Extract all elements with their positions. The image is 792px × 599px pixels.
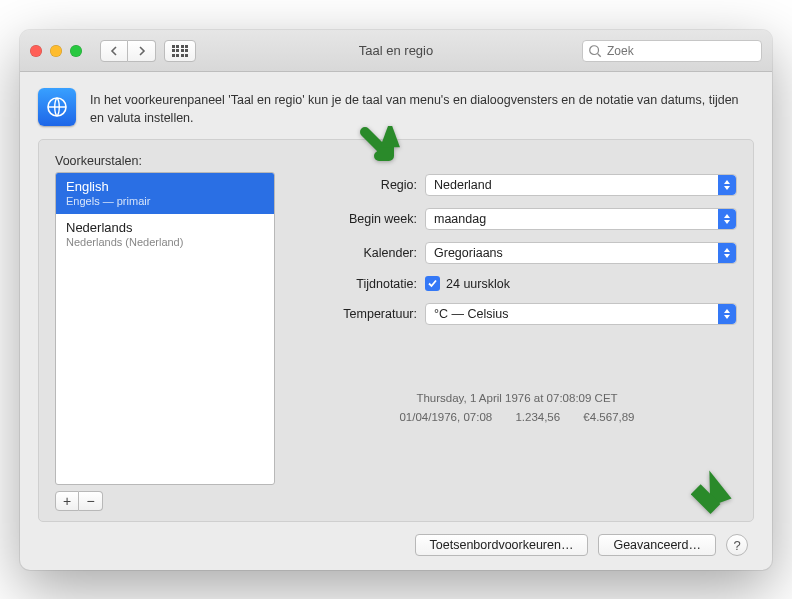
help-button[interactable]: ? bbox=[726, 534, 748, 556]
titlebar: Taal en regio bbox=[20, 30, 772, 72]
language-secondary: Nederlands (Nederland) bbox=[66, 236, 264, 248]
svg-point-0 bbox=[590, 45, 599, 54]
advanced-button[interactable]: Geavanceerd… bbox=[598, 534, 716, 556]
settings-panel: Voorkeurstalen: English Engels — primair… bbox=[38, 139, 754, 522]
firstday-value: maandag bbox=[434, 212, 486, 226]
select-arrows-icon bbox=[718, 175, 736, 195]
temperature-value: °C — Celsius bbox=[434, 307, 508, 321]
language-item-english[interactable]: English Engels — primair bbox=[56, 173, 274, 214]
firstday-label: Begin week: bbox=[297, 212, 417, 226]
grid-icon bbox=[172, 45, 189, 57]
language-item-nederlands[interactable]: Nederlands Nederlands (Nederland) bbox=[56, 214, 274, 255]
language-primary: English bbox=[66, 179, 264, 194]
firstday-select[interactable]: maandag bbox=[425, 208, 737, 230]
select-arrows-icon bbox=[718, 304, 736, 324]
calendar-value: Gregoriaans bbox=[434, 246, 503, 260]
add-language-button[interactable]: + bbox=[55, 491, 79, 511]
temperature-label: Temperatuur: bbox=[297, 307, 417, 321]
footer: Toetsenbordvoorkeuren… Geavanceerd… ? bbox=[38, 522, 754, 556]
add-remove-controls: + − bbox=[55, 491, 275, 511]
close-button[interactable] bbox=[30, 45, 42, 57]
format-example: Thursday, 1 April 1976 at 07:08:09 CET 0… bbox=[297, 389, 737, 426]
content: In het voorkeurenpaneel 'Taal en regio' … bbox=[20, 72, 772, 570]
temperature-row: Temperatuur: °C — Celsius bbox=[297, 303, 737, 325]
example-line2: 01/04/1976, 07:08 1.234,56 €4.567,89 bbox=[297, 408, 737, 426]
settings-column: Regio: Nederland Begin week: maandag Kal… bbox=[297, 154, 737, 511]
language-primary: Nederlands bbox=[66, 220, 264, 235]
keyboard-preferences-button[interactable]: Toetsenbordvoorkeuren… bbox=[415, 534, 589, 556]
select-arrows-icon bbox=[718, 243, 736, 263]
preferences-window: Taal en regio In het voorkeurenpaneel 'T… bbox=[20, 30, 772, 570]
annotation-arrow-top bbox=[359, 126, 407, 178]
maximize-button[interactable] bbox=[70, 45, 82, 57]
select-arrows-icon bbox=[718, 209, 736, 229]
timeformat-checkbox-row: 24 uursklok bbox=[425, 276, 737, 291]
minimize-button[interactable] bbox=[50, 45, 62, 57]
24hour-label: 24 uursklok bbox=[446, 277, 510, 291]
calendar-select[interactable]: Gregoriaans bbox=[425, 242, 737, 264]
check-icon bbox=[427, 278, 438, 289]
search-input[interactable] bbox=[582, 40, 762, 62]
region-select[interactable]: Nederland bbox=[425, 174, 737, 196]
back-button[interactable] bbox=[100, 40, 128, 62]
example-date: 01/04/1976, 07:08 bbox=[399, 411, 492, 423]
forward-button[interactable] bbox=[128, 40, 156, 62]
chevron-right-icon bbox=[138, 46, 146, 56]
annotation-arrow-bottom bbox=[691, 469, 747, 529]
timeformat-row: Tijdnotatie: 24 uursklok bbox=[297, 276, 737, 291]
example-line1: Thursday, 1 April 1976 at 07:08:09 CET bbox=[297, 389, 737, 407]
chevron-left-icon bbox=[110, 46, 118, 56]
languages-listbox[interactable]: English Engels — primair Nederlands Nede… bbox=[55, 172, 275, 485]
language-secondary: Engels — primair bbox=[66, 195, 264, 207]
svg-line-1 bbox=[598, 53, 601, 56]
calendar-label: Kalender: bbox=[297, 246, 417, 260]
intro: In het voorkeurenpaneel 'Taal en regio' … bbox=[38, 88, 754, 127]
traffic-lights bbox=[30, 45, 82, 57]
temperature-select[interactable]: °C — Celsius bbox=[425, 303, 737, 325]
example-currency: €4.567,89 bbox=[583, 411, 634, 423]
show-all-button[interactable] bbox=[164, 40, 196, 62]
nav-buttons bbox=[100, 40, 156, 62]
timeformat-label: Tijdnotatie: bbox=[297, 277, 417, 291]
remove-language-button[interactable]: − bbox=[79, 491, 103, 511]
languages-label: Voorkeurstalen: bbox=[55, 154, 275, 168]
languages-column: Voorkeurstalen: English Engels — primair… bbox=[55, 154, 275, 511]
region-value: Nederland bbox=[434, 178, 492, 192]
globe-icon bbox=[38, 88, 76, 126]
firstday-row: Begin week: maandag bbox=[297, 208, 737, 230]
calendar-row: Kalender: Gregoriaans bbox=[297, 242, 737, 264]
region-label: Regio: bbox=[297, 178, 417, 192]
24hour-checkbox[interactable] bbox=[425, 276, 440, 291]
search-wrap bbox=[582, 40, 762, 62]
example-number: 1.234,56 bbox=[515, 411, 560, 423]
intro-text: In het voorkeurenpaneel 'Taal en regio' … bbox=[90, 88, 754, 127]
search-icon bbox=[588, 44, 602, 58]
